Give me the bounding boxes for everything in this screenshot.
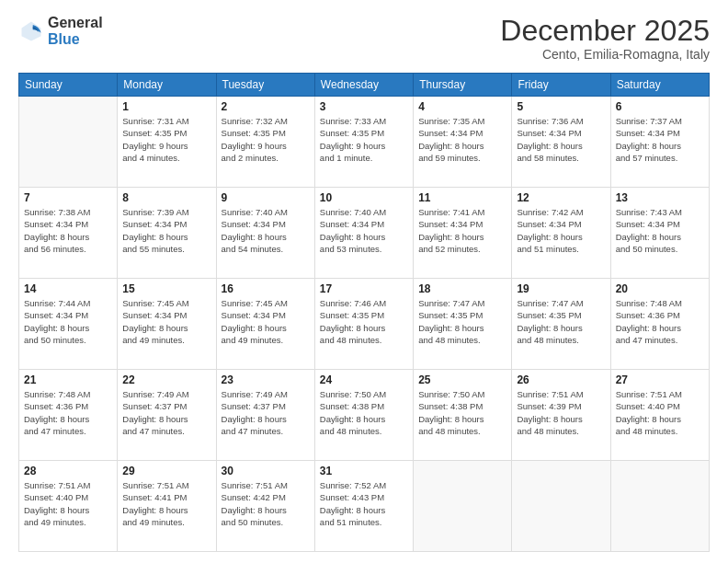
table-row: 18Sunrise: 7:47 AMSunset: 4:35 PMDayligh…	[414, 279, 512, 370]
cell-info-text: Sunrise: 7:51 AMSunset: 4:40 PMDaylight:…	[24, 479, 112, 528]
cell-info-text: Sunrise: 7:50 AMSunset: 4:38 PMDaylight:…	[320, 388, 408, 437]
table-row: 4Sunrise: 7:35 AMSunset: 4:34 PMDaylight…	[414, 97, 512, 188]
day-header-sunday: Sunday	[19, 74, 118, 97]
day-header-thursday: Thursday	[414, 74, 512, 97]
cell-date-number: 20	[616, 282, 704, 295]
cell-date-number: 26	[517, 373, 605, 386]
cell-info-text: Sunrise: 7:45 AMSunset: 4:34 PMDaylight:…	[222, 297, 310, 346]
cell-info-text: Sunrise: 7:37 AMSunset: 4:34 PMDaylight:…	[616, 115, 704, 164]
cell-date-number: 1	[122, 100, 210, 113]
table-row: 31Sunrise: 7:52 AMSunset: 4:43 PMDayligh…	[314, 461, 413, 552]
cell-date-number: 14	[24, 282, 112, 295]
page: General Blue December 2025 Cento, Emilia…	[0, 0, 728, 563]
cell-date-number: 17	[320, 282, 408, 295]
calendar-header-row: Sunday Monday Tuesday Wednesday Thursday…	[19, 74, 710, 97]
table-row: 20Sunrise: 7:48 AMSunset: 4:36 PMDayligh…	[610, 279, 709, 370]
table-row: 2Sunrise: 7:32 AMSunset: 4:35 PMDaylight…	[216, 97, 314, 188]
cell-date-number: 19	[517, 282, 605, 295]
cell-info-text: Sunrise: 7:47 AMSunset: 4:35 PMDaylight:…	[517, 297, 605, 346]
table-row	[512, 461, 610, 552]
cell-info-text: Sunrise: 7:51 AMSunset: 4:41 PMDaylight:…	[122, 479, 210, 528]
logo-general-text: General	[48, 15, 103, 30]
cell-info-text: Sunrise: 7:45 AMSunset: 4:34 PMDaylight:…	[122, 297, 210, 346]
cell-date-number: 24	[320, 373, 408, 386]
cell-date-number: 21	[24, 373, 112, 386]
table-row: 3Sunrise: 7:33 AMSunset: 4:35 PMDaylight…	[314, 97, 413, 188]
table-row: 25Sunrise: 7:50 AMSunset: 4:38 PMDayligh…	[414, 370, 512, 461]
table-row: 17Sunrise: 7:46 AMSunset: 4:35 PMDayligh…	[314, 279, 413, 370]
cell-date-number: 8	[122, 191, 210, 204]
cell-info-text: Sunrise: 7:39 AMSunset: 4:34 PMDaylight:…	[122, 206, 210, 255]
header: General Blue December 2025 Cento, Emilia…	[18, 15, 710, 62]
cell-info-text: Sunrise: 7:46 AMSunset: 4:35 PMDaylight:…	[320, 297, 408, 346]
day-header-saturday: Saturday	[610, 74, 709, 97]
cell-info-text: Sunrise: 7:48 AMSunset: 4:36 PMDaylight:…	[24, 388, 112, 437]
cell-info-text: Sunrise: 7:51 AMSunset: 4:39 PMDaylight:…	[517, 388, 605, 437]
cell-date-number: 23	[222, 373, 310, 386]
table-row: 14Sunrise: 7:44 AMSunset: 4:34 PMDayligh…	[19, 279, 118, 370]
table-row: 28Sunrise: 7:51 AMSunset: 4:40 PMDayligh…	[19, 461, 118, 552]
table-row: 15Sunrise: 7:45 AMSunset: 4:34 PMDayligh…	[118, 279, 216, 370]
cell-info-text: Sunrise: 7:40 AMSunset: 4:34 PMDaylight:…	[222, 206, 310, 255]
calendar-week-row: 21Sunrise: 7:48 AMSunset: 4:36 PMDayligh…	[19, 370, 710, 461]
table-row: 24Sunrise: 7:50 AMSunset: 4:38 PMDayligh…	[314, 370, 413, 461]
cell-date-number: 11	[418, 191, 506, 204]
cell-date-number: 7	[24, 191, 112, 204]
logo-icon	[18, 18, 44, 44]
cell-date-number: 12	[517, 191, 605, 204]
subtitle: Cento, Emilia-Romagna, Italy	[500, 47, 710, 62]
day-header-wednesday: Wednesday	[314, 74, 413, 97]
table-row: 21Sunrise: 7:48 AMSunset: 4:36 PMDayligh…	[19, 370, 118, 461]
cell-date-number: 6	[616, 100, 704, 113]
cell-date-number: 25	[418, 373, 506, 386]
table-row	[19, 97, 118, 188]
cell-date-number: 27	[616, 373, 704, 386]
table-row: 8Sunrise: 7:39 AMSunset: 4:34 PMDaylight…	[118, 188, 216, 279]
cell-info-text: Sunrise: 7:51 AMSunset: 4:40 PMDaylight:…	[616, 388, 704, 437]
calendar-table: Sunday Monday Tuesday Wednesday Thursday…	[18, 73, 710, 552]
cell-date-number: 16	[222, 282, 310, 295]
calendar-week-row: 28Sunrise: 7:51 AMSunset: 4:40 PMDayligh…	[19, 461, 710, 552]
cell-info-text: Sunrise: 7:35 AMSunset: 4:34 PMDaylight:…	[418, 115, 506, 164]
table-row: 19Sunrise: 7:47 AMSunset: 4:35 PMDayligh…	[512, 279, 610, 370]
logo-blue-text: Blue	[48, 31, 80, 47]
table-row: 29Sunrise: 7:51 AMSunset: 4:41 PMDayligh…	[118, 461, 216, 552]
calendar-week-row: 1Sunrise: 7:31 AMSunset: 4:35 PMDaylight…	[19, 97, 710, 188]
cell-info-text: Sunrise: 7:36 AMSunset: 4:34 PMDaylight:…	[517, 115, 605, 164]
table-row	[414, 461, 512, 552]
table-row: 1Sunrise: 7:31 AMSunset: 4:35 PMDaylight…	[118, 97, 216, 188]
cell-info-text: Sunrise: 7:43 AMSunset: 4:34 PMDaylight:…	[616, 206, 704, 255]
main-title: December 2025	[500, 15, 710, 47]
table-row: 22Sunrise: 7:49 AMSunset: 4:37 PMDayligh…	[118, 370, 216, 461]
cell-date-number: 2	[222, 100, 310, 113]
cell-info-text: Sunrise: 7:51 AMSunset: 4:42 PMDaylight:…	[222, 479, 310, 528]
cell-info-text: Sunrise: 7:42 AMSunset: 4:34 PMDaylight:…	[517, 206, 605, 255]
logo: General Blue	[18, 15, 103, 47]
cell-date-number: 10	[320, 191, 408, 204]
cell-date-number: 30	[222, 465, 310, 477]
day-header-monday: Monday	[118, 74, 216, 97]
cell-date-number: 9	[222, 191, 310, 204]
cell-date-number: 4	[418, 100, 506, 113]
table-row: 11Sunrise: 7:41 AMSunset: 4:34 PMDayligh…	[414, 188, 512, 279]
cell-info-text: Sunrise: 7:49 AMSunset: 4:37 PMDaylight:…	[122, 388, 210, 437]
table-row: 16Sunrise: 7:45 AMSunset: 4:34 PMDayligh…	[216, 279, 314, 370]
table-row: 13Sunrise: 7:43 AMSunset: 4:34 PMDayligh…	[610, 188, 709, 279]
cell-info-text: Sunrise: 7:47 AMSunset: 4:35 PMDaylight:…	[418, 297, 506, 346]
cell-date-number: 13	[616, 191, 704, 204]
cell-info-text: Sunrise: 7:31 AMSunset: 4:35 PMDaylight:…	[122, 115, 210, 164]
cell-info-text: Sunrise: 7:52 AMSunset: 4:43 PMDaylight:…	[320, 479, 408, 528]
table-row: 5Sunrise: 7:36 AMSunset: 4:34 PMDaylight…	[512, 97, 610, 188]
cell-date-number: 18	[418, 282, 506, 295]
table-row: 7Sunrise: 7:38 AMSunset: 4:34 PMDaylight…	[19, 188, 118, 279]
table-row: 12Sunrise: 7:42 AMSunset: 4:34 PMDayligh…	[512, 188, 610, 279]
cell-date-number: 5	[517, 100, 605, 113]
table-row: 6Sunrise: 7:37 AMSunset: 4:34 PMDaylight…	[610, 97, 709, 188]
table-row: 23Sunrise: 7:49 AMSunset: 4:37 PMDayligh…	[216, 370, 314, 461]
cell-date-number: 28	[24, 465, 112, 477]
cell-info-text: Sunrise: 7:50 AMSunset: 4:38 PMDaylight:…	[418, 388, 506, 437]
cell-info-text: Sunrise: 7:48 AMSunset: 4:36 PMDaylight:…	[616, 297, 704, 346]
calendar-week-row: 7Sunrise: 7:38 AMSunset: 4:34 PMDaylight…	[19, 188, 710, 279]
title-block: December 2025 Cento, Emilia-Romagna, Ita…	[500, 15, 710, 62]
cell-info-text: Sunrise: 7:41 AMSunset: 4:34 PMDaylight:…	[418, 206, 506, 255]
